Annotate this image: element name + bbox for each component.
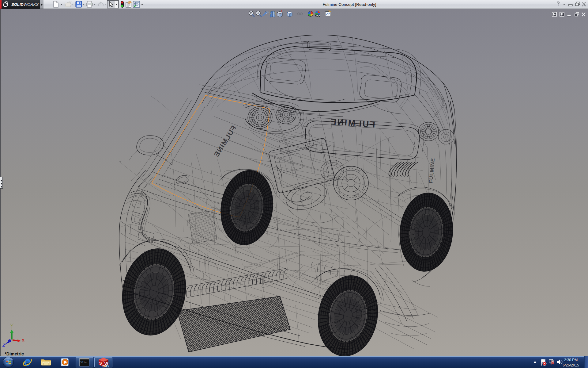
svg-text:C:\_: C:\_	[81, 360, 86, 363]
svg-text:FULMINE: FULMINE	[212, 124, 238, 159]
svg-text:2015: 2015	[102, 365, 109, 368]
svg-text:FULMINE: FULMINE	[329, 117, 375, 129]
svg-text:FULMINE: FULMINE	[428, 158, 436, 183]
svg-text:S: S	[99, 361, 102, 366]
